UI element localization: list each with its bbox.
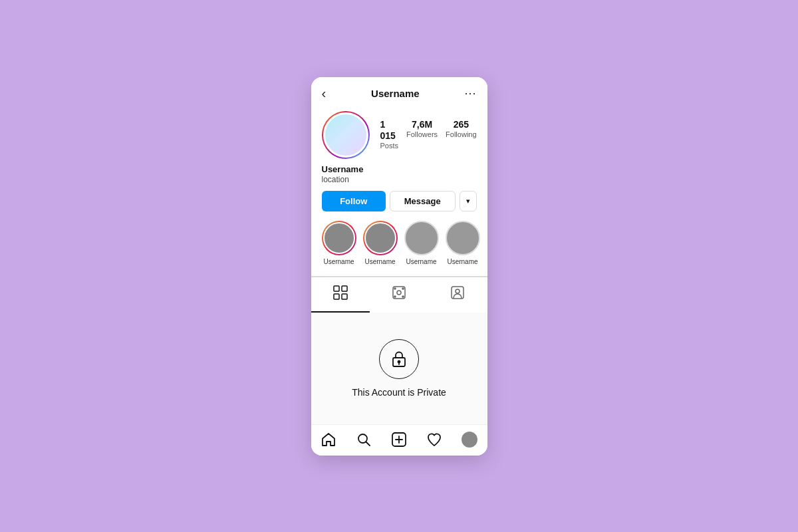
svg-rect-2 — [334, 294, 339, 299]
svg-point-11 — [456, 289, 460, 293]
action-buttons: Follow Message ▾ — [322, 191, 477, 211]
highlight-label-1: Username — [364, 258, 395, 265]
profile-avatar-nav — [462, 432, 477, 448]
header: ‹ Username ··· — [311, 77, 487, 106]
highlight-circle-3[interactable] — [446, 221, 480, 255]
following-label: Following — [446, 130, 476, 139]
reels-icon — [392, 285, 406, 303]
nav-add[interactable] — [391, 432, 407, 448]
follow-button[interactable]: Follow — [322, 191, 386, 211]
avatar[interactable] — [322, 111, 370, 159]
stat-posts[interactable]: 1 015 Posts — [380, 119, 399, 150]
tagged-icon — [450, 285, 465, 303]
dropdown-button[interactable]: ▾ — [460, 191, 477, 211]
back-button[interactable]: ‹ — [322, 86, 327, 100]
message-button[interactable]: Message — [390, 191, 456, 211]
svg-rect-1 — [342, 286, 347, 291]
highlight-item-2: Username — [404, 221, 439, 265]
avatar-inner — [323, 112, 368, 158]
profile-section: 1 015 Posts 7,6M Followers 265 Following… — [311, 106, 487, 276]
grid-icon — [333, 285, 348, 303]
followers-value: 7,6M — [412, 119, 432, 130]
home-icon — [321, 432, 336, 448]
tab-reels[interactable] — [370, 277, 428, 313]
highlight-item-0: Username — [322, 221, 356, 265]
heart-icon — [426, 432, 442, 448]
private-text: This Account is Private — [352, 387, 446, 398]
header-username: Username — [371, 88, 420, 99]
profile-name: Username — [322, 164, 477, 174]
tab-grid[interactable] — [311, 277, 370, 313]
svg-point-8 — [394, 296, 396, 297]
nav-home[interactable] — [321, 432, 336, 448]
highlight-label-2: Username — [406, 258, 436, 265]
highlight-circle-2[interactable] — [404, 221, 439, 255]
nav-heart[interactable] — [426, 432, 442, 448]
profile-location: location — [322, 175, 477, 184]
highlight-label-3: Username — [447, 258, 477, 265]
nav-search[interactable] — [356, 432, 372, 448]
nav-profile[interactable] — [462, 432, 477, 448]
bottom-nav — [311, 424, 487, 456]
highlight-label-0: Username — [323, 258, 354, 265]
highlight-circle-0[interactable] — [322, 221, 356, 255]
posts-label: Posts — [380, 142, 399, 150]
phone-frame: ‹ Username ··· 1 015 Posts 7,6M Follower… — [311, 77, 487, 456]
tab-tagged[interactable] — [428, 277, 487, 313]
lock-icon — [390, 350, 408, 368]
svg-point-5 — [397, 291, 401, 295]
highlights-row: Username Username Username Username — [322, 221, 477, 268]
followers-label: Followers — [406, 130, 438, 139]
stat-followers[interactable]: 7,6M Followers — [406, 119, 438, 150]
svg-rect-3 — [342, 294, 347, 299]
svg-point-6 — [394, 288, 396, 289]
posts-value: 1 015 — [380, 119, 399, 142]
content-tab-bar — [311, 277, 487, 313]
svg-point-9 — [402, 296, 404, 297]
profile-top: 1 015 Posts 7,6M Followers 265 Following — [322, 111, 477, 159]
search-icon — [356, 432, 372, 448]
svg-point-7 — [402, 288, 404, 289]
stat-following[interactable]: 265 Following — [446, 119, 476, 150]
highlight-item-1: Username — [363, 221, 398, 265]
lock-circle — [379, 339, 419, 379]
more-options-button[interactable]: ··· — [464, 86, 476, 100]
svg-rect-0 — [334, 286, 339, 291]
following-value: 265 — [454, 119, 469, 130]
highlight-item-3: Username — [446, 221, 480, 265]
add-icon — [391, 432, 407, 448]
highlight-circle-1[interactable] — [363, 221, 398, 255]
stats-row: 1 015 Posts 7,6M Followers 265 Following — [380, 119, 477, 150]
svg-line-16 — [366, 442, 370, 446]
private-section: This Account is Private — [311, 313, 487, 424]
